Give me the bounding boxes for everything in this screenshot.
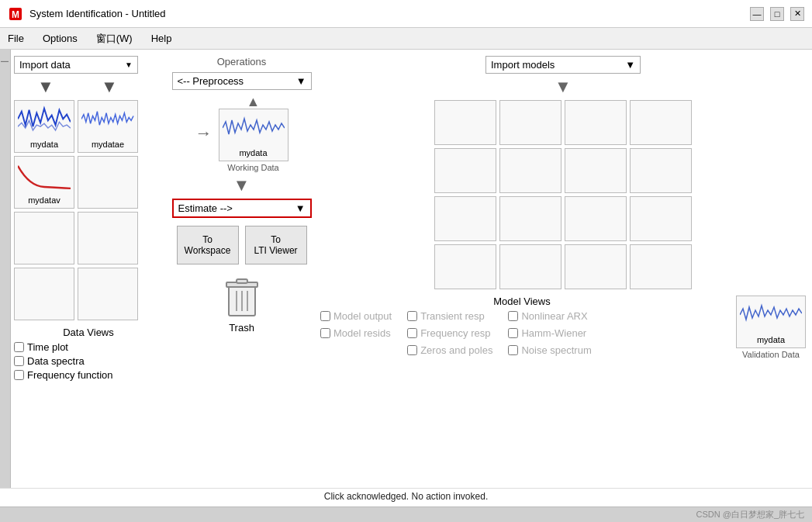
hamm-wiener-label: Hamm-Wiener: [521, 327, 586, 339]
frequency-function-label: Frequency function: [27, 369, 113, 381]
zeros-poles-label: Zeros and poles: [420, 344, 492, 356]
svg-text:M: M: [12, 9, 19, 20]
data-arrows: ▼ ▼: [14, 77, 141, 97]
import-models-arrow: ▼: [625, 59, 635, 71]
noise-spectrum-checkbox[interactable]: [508, 345, 518, 355]
data-spectra-checkbox[interactable]: [14, 356, 24, 366]
model-cell-3-3[interactable]: [630, 244, 692, 289]
import-data-dropdown[interactable]: Import data ▼: [14, 56, 138, 74]
data-cell-mydatae[interactable]: mydatae: [78, 100, 138, 153]
frequency-function-checkbox[interactable]: [14, 370, 24, 380]
right-arrow-to-working: →: [195, 123, 213, 143]
model-views-col2: Transient resp Frequency resp Zeros and …: [407, 310, 492, 358]
model-views-col1: Model output Model resids: [320, 310, 392, 358]
menu-bar: File Options 窗口(W) Help: [0, 28, 812, 50]
minimize-button[interactable]: —: [750, 7, 764, 21]
data-cell-mydata-label: mydata: [30, 140, 58, 149]
model-cell-2-0[interactable]: [434, 196, 496, 241]
data-grid: mydata mydatae mydatav: [14, 100, 163, 320]
frequency-resp-checkbox[interactable]: [407, 328, 417, 338]
status-message: Click acknowledged. No action invoked.: [324, 491, 488, 502]
estimate-dropdown[interactable]: Estimate --> ▼: [172, 199, 312, 218]
data-cell-6[interactable]: [14, 268, 74, 320]
validation-data-cell[interactable]: mydata: [736, 296, 806, 348]
arrow-left: ▼: [37, 77, 54, 97]
window-title: System Identification - Untitled: [29, 8, 750, 19]
transient-resp-label: Transient resp: [420, 310, 485, 322]
model-views-col3: Nonlinear ARX Hamm-Wiener Noise spectrum: [508, 310, 591, 358]
close-button[interactable]: ✕: [790, 7, 804, 21]
validation-data-section: mydata Validation Data: [736, 296, 806, 359]
menu-options[interactable]: Options: [40, 31, 81, 46]
preprocess-dropdown[interactable]: <-- Preprocess ▼: [172, 72, 312, 90]
data-cell-mydatae-label: mydatae: [92, 140, 124, 149]
import-data-label: Import data: [19, 59, 71, 71]
transient-resp-checkbox[interactable]: [407, 311, 417, 321]
data-cell-5[interactable]: [78, 212, 138, 264]
model-output-checkbox[interactable]: [320, 311, 330, 321]
model-import-arrow-row: ▼: [320, 77, 806, 97]
model-cell-0-1[interactable]: [499, 100, 561, 145]
model-cell-0-3[interactable]: [630, 100, 692, 145]
nonlinear-arx-label: Nonlinear ARX: [521, 310, 587, 322]
preprocess-arrow: ▼: [296, 75, 306, 87]
model-import-arrow: ▼: [555, 77, 572, 97]
data-cell-mydatav[interactable]: mydatav: [14, 156, 74, 209]
operations-panel: Operations <-- Preprocess ▼ → ▲ mydata: [166, 50, 317, 488]
model-cell-0-2[interactable]: [565, 100, 627, 145]
zeros-poles-checkbox[interactable]: [407, 345, 417, 355]
menu-file[interactable]: File: [5, 31, 27, 46]
bottom-bar: CSDN @白日梦想家_胖七七: [0, 506, 812, 522]
data-views-title: Data Views: [14, 327, 163, 338]
time-plot-checkbox[interactable]: [14, 342, 24, 352]
working-data-row: → ▲ mydata Working Data: [195, 95, 289, 172]
to-lti-label: ToLTI Viewer: [254, 234, 297, 256]
import-models-row: Import models ▼: [320, 56, 806, 74]
model-cell-0-0[interactable]: [434, 100, 496, 145]
import-models-label: Import models: [491, 59, 555, 71]
time-plot-row: Time plot: [14, 341, 163, 353]
menu-help[interactable]: Help: [148, 31, 175, 46]
model-cell-1-3[interactable]: [630, 148, 692, 193]
model-cell-1-0[interactable]: [434, 148, 496, 193]
window-controls: — □ ✕: [750, 7, 804, 21]
model-cell-2-1[interactable]: [499, 196, 561, 241]
arrow-right: ▼: [101, 77, 118, 97]
hamm-wiener-checkbox[interactable]: [508, 328, 518, 338]
bottom-bar-text: CSDN @白日梦想家_胖七七: [696, 509, 804, 520]
import-models-dropdown[interactable]: Import models ▼: [485, 56, 641, 74]
model-cell-1-1[interactable]: [499, 148, 561, 193]
model-cell-1-2[interactable]: [565, 148, 627, 193]
data-cell-4[interactable]: [14, 212, 74, 264]
to-workspace-button[interactable]: ToWorkspace: [177, 226, 239, 264]
import-data-arrow: ▼: [125, 60, 133, 69]
model-views-cols: Model output Model resids Transient: [320, 310, 724, 358]
status-bar: Click acknowledged. No action invoked.: [0, 488, 812, 506]
time-plot-label: Time plot: [27, 341, 68, 353]
action-buttons: ToWorkspace ToLTI Viewer: [177, 226, 307, 264]
data-cell-7[interactable]: [78, 268, 138, 320]
estimate-arrow: ▼: [295, 202, 306, 214]
model-grid: [320, 100, 806, 289]
app-icon: M: [8, 6, 23, 22]
trash-icon[interactable]: Trash: [223, 275, 261, 334]
data-cell-3[interactable]: [78, 156, 138, 209]
validation-data-name: mydata: [757, 335, 785, 344]
model-cell-3-0[interactable]: [434, 244, 496, 289]
data-cell-mydata[interactable]: mydata: [14, 100, 74, 153]
data-spectra-label: Data spectra: [27, 355, 85, 367]
model-cell-3-1[interactable]: [499, 244, 561, 289]
working-data-label: Working Data: [227, 163, 278, 172]
model-cell-2-2[interactable]: [565, 196, 627, 241]
to-lti-viewer-button[interactable]: ToLTI Viewer: [245, 226, 307, 264]
up-arrow-working: ▲: [247, 95, 261, 109]
model-cell-2-3[interactable]: [630, 196, 692, 241]
data-cell-mydatav-label: mydatav: [28, 195, 60, 205]
model-cell-3-2[interactable]: [565, 244, 627, 289]
working-data-cell[interactable]: mydata: [219, 109, 289, 161]
menu-window[interactable]: 窗口(W): [93, 30, 136, 47]
model-resids-checkbox[interactable]: [320, 328, 330, 338]
nonlinear-arx-checkbox[interactable]: [508, 311, 518, 321]
maximize-button[interactable]: □: [770, 7, 784, 21]
working-data-container: ▲ mydata Working Data: [219, 95, 289, 172]
